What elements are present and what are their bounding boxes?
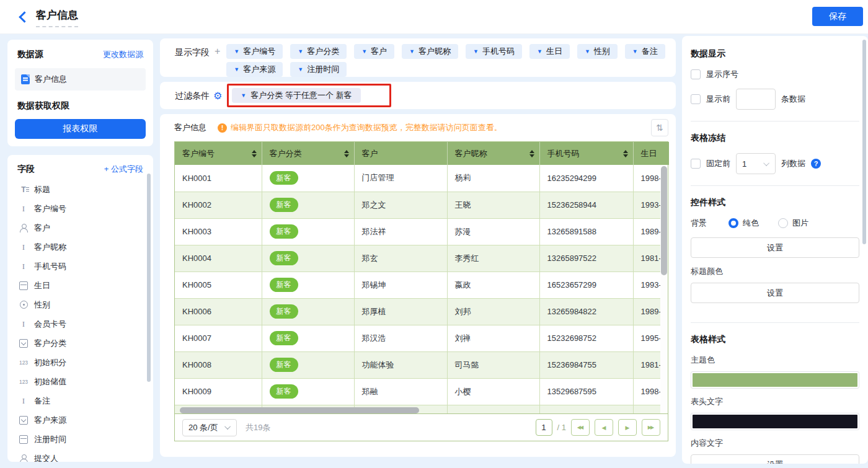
field-item[interactable]: 提交人 [15,449,146,462]
theme-color-swatch[interactable] [691,371,859,389]
help-icon[interactable]: ? [811,159,821,169]
table-row[interactable]: KH0004新客郑玄李秀红132658975221981-06 [175,245,668,272]
table-row[interactable]: KH0009新客郑融小樱135296875951998-05 [175,378,668,405]
column-header[interactable]: 客户昵称 [447,142,539,165]
change-datasource-link[interactable]: 更改数据源 [103,49,143,60]
field-item[interactable]: 生日 [15,276,146,295]
save-button[interactable]: 保存 [812,7,863,26]
display-field-chip[interactable]: ▼性别 [577,44,618,59]
pagination-bar: 20 条/页 共19条 / 1 ◀◀ ◀ ▶ ▶▶ [175,413,668,441]
image-radio[interactable] [778,218,788,228]
table-cell: KH0003 [175,218,262,245]
field-item[interactable]: 性别 [15,295,146,314]
field-item[interactable]: 会员卡号 [15,314,146,333]
sort-icon[interactable] [529,150,534,157]
field-item-label: 手机号码 [34,261,66,272]
next-page-button[interactable]: ▶ [618,419,637,436]
display-field-chip[interactable]: ▼客户来源 [226,62,283,77]
column-header[interactable]: 客户分类 [262,142,354,165]
field-item[interactable]: 客户昵称 [15,237,146,257]
show-index-checkbox[interactable] [691,69,701,79]
row-limit-input[interactable] [736,89,776,110]
table-cell: 郑法祥 [354,218,447,245]
sort-icon[interactable] [344,150,349,157]
datasource-item[interactable]: 客户信息 [15,68,146,91]
title-color-set-button[interactable]: 设置 [691,283,859,303]
fields-scrollbar[interactable] [147,174,151,382]
field-item[interactable]: 备注 [15,391,146,410]
table-cell: KH0007 [175,325,262,351]
field-item-label: 客户分类 [34,338,66,349]
settings-scrollbar[interactable] [862,40,866,244]
table-cell: 13529687595 [539,378,633,405]
table-card: 客户信息 ! 编辑界面只取数据源前200条作为查询数据预览，完整数据请访问页面查… [160,114,676,457]
table-cell: 16235294299 [539,165,633,192]
sort-order-button[interactable]: ⇅ [651,119,668,136]
header-text-color-swatch[interactable] [691,413,859,430]
display-field-chip[interactable]: ▼客户 [354,44,394,59]
page-size-select[interactable]: 20 条/页 [182,419,237,436]
solid-color-radio[interactable] [728,218,738,228]
field-item[interactable]: 标题 [15,180,146,199]
table-cell: 郑玄 [354,245,447,272]
field-item-label: 客户 [34,223,50,234]
freeze-count-select[interactable]: 1 [736,153,776,174]
display-field-chip[interactable]: ▼客户分类 [290,44,347,59]
display-field-chip[interactable]: ▼备注 [625,44,665,59]
page-number-input[interactable] [536,419,552,436]
field-item[interactable]: 客户来源 [15,410,146,430]
column-header[interactable]: 手机号码 [539,142,633,165]
field-item-label: 提交人 [34,453,58,462]
sort-icon[interactable] [252,150,257,157]
back-icon[interactable] [17,11,30,23]
column-header-label: 客户编号 [182,148,215,159]
table-row[interactable]: KH0002新客郑之文王晓152362589441993-08 [175,192,668,218]
calendar-icon [19,281,29,291]
first-page-button[interactable]: ◀◀ [571,419,590,436]
field-item[interactable]: 客户编号 [15,199,146,218]
gear-icon[interactable]: ⚙ [213,90,222,102]
add-display-field-button[interactable]: + [215,44,220,59]
table-row[interactable]: KH0003新客郑法祥苏漫132658915881989-11 [175,218,668,245]
table-row[interactable]: KH0008新客功能体验司马懿152369847551981-06 [175,351,668,378]
status-badge: 新客 [270,198,298,211]
chip-label: 客户 [371,46,387,57]
field-item[interactable]: 注册时间 [15,430,146,449]
add-formula-field-link[interactable]: + 公式字段 [104,164,143,175]
freeze-columns-checkbox[interactable] [691,159,701,169]
display-field-chip[interactable]: ▼客户昵称 [402,44,458,59]
table-cell: 刘邦 [447,298,539,325]
fields-card: 字段 + 公式字段 标题客户编号客户客户昵称手机号码生日性别会员卡号客户分类初始… [7,155,153,462]
table-cell: 13265891588 [539,218,633,245]
chevron-down-icon: ▼ [632,49,638,55]
sort-icon[interactable] [623,150,628,157]
category-cell: 新客 [262,351,354,378]
category-cell: 新客 [262,192,354,218]
table-row[interactable]: KH0001新客门店管理杨莉162352942991998-05 [175,165,668,192]
display-field-chip[interactable]: ▼客户编号 [226,44,283,59]
filter-condition-chip[interactable]: ▼ 客户分类 等于任意一个 新客 [232,88,360,103]
category-cell: 新客 [262,165,354,192]
field-item[interactable]: 初始储值 [15,372,146,391]
table-vertical-scrollbar[interactable] [660,165,668,415]
last-page-button[interactable]: ▶▶ [642,419,660,436]
table-freeze-heading: 表格冻结 [691,133,859,144]
background-set-button[interactable]: 设置 [691,237,859,258]
field-item[interactable]: 客户 [15,218,146,237]
divider [691,185,859,186]
table-row[interactable]: KH0005新客郑锡坤嬴政165236572991993-08 [175,272,668,298]
field-item[interactable]: 初始积分 [15,353,146,372]
display-field-chip[interactable]: ▼生日 [529,44,570,59]
column-header[interactable]: 客户编号 [175,142,262,165]
table-row[interactable]: KH0007新客郑汉浩刘禅152326987521995-01 [175,325,668,351]
display-field-chip[interactable]: ▼手机号码 [466,44,522,59]
show-first-checkbox[interactable] [691,94,701,104]
report-permission-button[interactable]: 报表权限 [15,119,146,139]
field-item[interactable]: 客户分类 [15,333,146,353]
display-field-chip[interactable]: ▼注册时间 [290,62,347,77]
field-item[interactable]: 手机号码 [15,257,146,276]
page-total-label: / 1 [557,423,566,432]
table-row[interactable]: KH0006新客郑厚植刘邦132659848221989-11 [175,298,668,325]
content-text-set-button[interactable]: 设置 [691,454,859,464]
prev-page-button[interactable]: ◀ [595,419,613,436]
